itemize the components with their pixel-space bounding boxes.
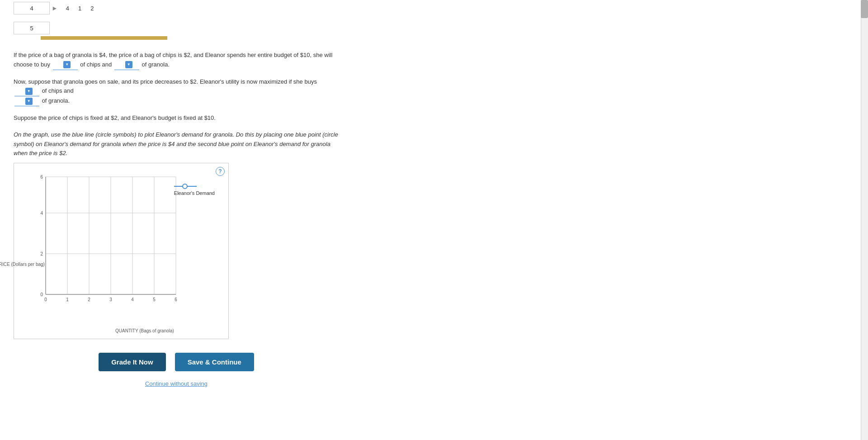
dropdown2-arrow-icon[interactable] bbox=[125, 61, 132, 68]
x-axis-label: QUANTITY (Bags of granola) bbox=[115, 328, 174, 333]
svg-text:6: 6 bbox=[175, 297, 177, 302]
svg-text:4: 4 bbox=[40, 211, 43, 216]
row-box-4: 4 bbox=[14, 2, 50, 14]
help-icon-label: ? bbox=[218, 168, 222, 175]
question1-text: If the price of a bag of granola is $4, … bbox=[14, 51, 339, 70]
grade-it-now-button[interactable]: Grade It Now bbox=[99, 353, 166, 371]
row-number-5: 5 bbox=[30, 25, 33, 32]
main-content: 4 ► 4 1 2 5 If the price of a bag of gra… bbox=[0, 0, 353, 405]
graph-instruction-content: On the graph, use the blue line (circle … bbox=[14, 131, 338, 157]
graph-instruction-text: On the graph, use the blue line (circle … bbox=[14, 130, 339, 158]
q1-dropdown2-value bbox=[114, 60, 124, 70]
question2-text: Now, suppose that granola goes on sale, … bbox=[14, 77, 339, 106]
save-continue-button[interactable]: Save & Continue bbox=[175, 353, 254, 371]
question3-text: Suppose the price of chips is fixed at $… bbox=[14, 114, 339, 123]
q1-granola-text: of granola. bbox=[142, 61, 170, 68]
q2-dropdown4-value bbox=[14, 96, 24, 106]
svg-text:2: 2 bbox=[40, 251, 43, 256]
dropdown3-arrow-icon[interactable] bbox=[25, 88, 33, 95]
svg-text:5: 5 bbox=[153, 297, 156, 302]
dropdown4-arrow-icon[interactable] bbox=[25, 98, 33, 105]
continue-without-saving-link[interactable]: Continue without saving bbox=[145, 380, 208, 387]
chevron-right-icon: ► bbox=[52, 5, 58, 12]
graph-container[interactable]: ? PRICE (Dollars per bag) bbox=[14, 163, 229, 339]
scrollbar[interactable] bbox=[861, 0, 868, 440]
svg-text:6: 6 bbox=[40, 175, 43, 180]
q1-dropdown1-value bbox=[53, 60, 63, 70]
q2-dropdown3[interactable] bbox=[14, 86, 39, 96]
q2-dropdown3-value bbox=[14, 86, 24, 96]
progress-bar bbox=[41, 36, 167, 40]
svg-text:4: 4 bbox=[131, 297, 134, 302]
q1-dropdown2[interactable] bbox=[114, 60, 139, 70]
q1-dropdown1[interactable] bbox=[53, 60, 78, 70]
q2-granola-text2: of granola. bbox=[42, 97, 70, 104]
svg-text:2: 2 bbox=[88, 297, 90, 302]
q2-chips-text2: of chips and bbox=[42, 87, 74, 94]
row-numbers: 4 1 2 bbox=[66, 5, 94, 12]
col-val-0: 4 bbox=[66, 5, 69, 12]
page-container: 4 ► 4 1 2 5 If the price of a bag of gra… bbox=[0, 0, 868, 440]
legend-label: Eleanor's Demand bbox=[174, 190, 215, 196]
q3-text: Suppose the price of chips is fixed at $… bbox=[14, 114, 216, 121]
q1-chips-text: of chips and bbox=[80, 61, 112, 68]
svg-text:1: 1 bbox=[66, 297, 69, 302]
col-val-2: 2 bbox=[90, 5, 94, 12]
svg-text:0: 0 bbox=[40, 292, 43, 297]
top-row: 4 ► 4 1 2 bbox=[14, 0, 339, 18]
legend-line bbox=[174, 186, 197, 187]
svg-text:0: 0 bbox=[44, 297, 47, 302]
scrollbar-thumb[interactable] bbox=[861, 0, 868, 18]
buttons-top: Grade It Now Save & Continue bbox=[99, 353, 254, 371]
dropdown1-arrow-icon[interactable] bbox=[63, 61, 71, 68]
col-val-1: 1 bbox=[78, 5, 81, 12]
legend: Eleanor's Demand bbox=[174, 186, 215, 196]
q2-dropdown4[interactable] bbox=[14, 96, 39, 106]
svg-text:3: 3 bbox=[109, 297, 112, 302]
buttons-section: Grade It Now Save & Continue Continue wi… bbox=[14, 353, 339, 387]
row-number-4: 4 bbox=[30, 5, 33, 12]
help-icon[interactable]: ? bbox=[216, 167, 225, 176]
q2-text-before: Now, suppose that granola goes on sale, … bbox=[14, 78, 317, 85]
row-box-5: 5 bbox=[14, 22, 50, 34]
